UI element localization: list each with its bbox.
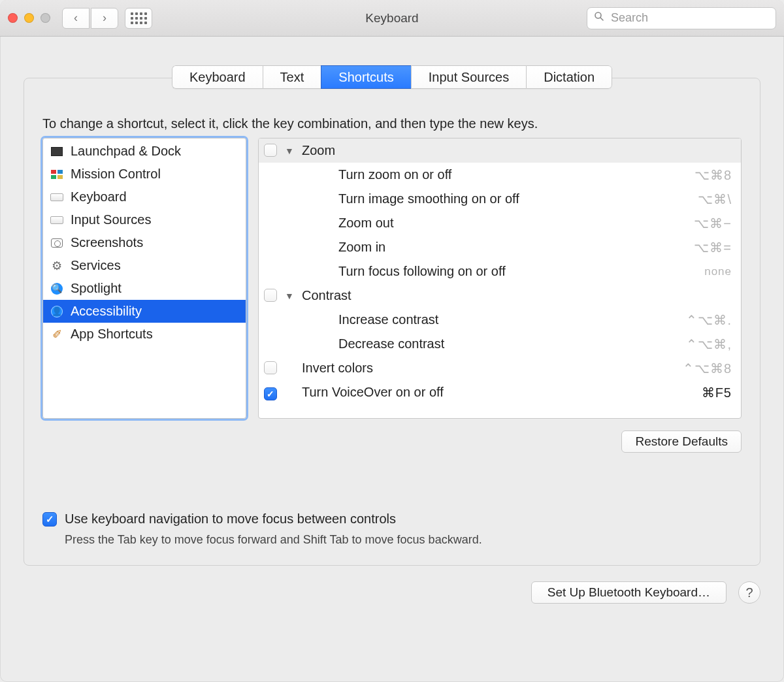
shortcut-keys[interactable]: ⌘F5 (702, 385, 732, 400)
shortcut-row-zoom-out[interactable]: Zoom out ⌥⌘− (259, 211, 741, 235)
shortcut-keys[interactable]: ⌥⌘\ (698, 191, 732, 207)
shortcut-label: Turn image smoothing on or off (302, 191, 691, 206)
close-window-button[interactable] (8, 13, 18, 23)
search-field[interactable] (587, 7, 776, 29)
mission-control-icon (50, 167, 64, 182)
shortcut-label: Invert colors (302, 361, 676, 376)
chevron-left-icon: ‹ (74, 11, 78, 25)
screenshots-icon (50, 236, 64, 250)
shortcut-keys[interactable]: ⌃⌥⌘, (686, 336, 732, 352)
search-icon (594, 11, 604, 25)
tab-text[interactable]: Text (263, 65, 321, 89)
shortcut-label: Turn VoiceOver on or off (302, 385, 695, 400)
shortcut-keys[interactable]: none (704, 265, 732, 278)
sidebar-item-label: Accessibility (71, 304, 142, 319)
sidebar-item-accessibility[interactable]: 👤 Accessibility (43, 300, 246, 323)
shortcut-keys[interactable]: ⌃⌥⌘. (686, 312, 732, 328)
shortcut-row-focus-follow[interactable]: Turn focus following on or off none (259, 259, 741, 284)
restore-defaults-button[interactable]: Restore Defaults (621, 430, 742, 453)
group-label: Contrast (302, 288, 725, 303)
category-list[interactable]: Launchpad & Dock Mission Control Keyboar… (42, 138, 246, 419)
setup-bluetooth-button[interactable]: Set Up Bluetooth Keyboard… (531, 581, 727, 604)
shortcut-row-voiceover[interactable]: Turn VoiceOver on or off ⌘F5 (259, 380, 741, 404)
shortcut-keys[interactable]: ⌃⌥⌘8 (683, 361, 732, 376)
instruction-label: To change a shortcut, select it, click t… (42, 116, 742, 131)
tab-bar: Keyboard Text Shortcuts Input Sources Di… (172, 65, 612, 89)
bottom-bar: Set Up Bluetooth Keyboard… ? (0, 581, 784, 619)
disclosure-triangle-icon[interactable]: ▼ (285, 291, 295, 301)
sidebar-item-launchpad-dock[interactable]: Launchpad & Dock (43, 140, 246, 163)
nav-back-forward: ‹ › (62, 8, 118, 29)
sidebar-item-app-shortcuts[interactable]: ✐ App Shortcuts (43, 323, 246, 346)
shortcut-keys[interactable]: ⌥⌘8 (694, 167, 732, 183)
svg-line-1 (600, 18, 603, 20)
disclosure-triangle-icon[interactable]: ▼ (285, 146, 295, 156)
shortcuts-frame: To change a shortcut, select it, click t… (24, 78, 760, 566)
group-zoom[interactable]: ▼ Zoom (259, 138, 741, 163)
sidebar-item-label: Mission Control (71, 167, 161, 182)
input-sources-icon (50, 213, 64, 227)
spotlight-icon: 🔍 (50, 282, 64, 296)
group-label: Zoom (302, 143, 725, 158)
launchpad-icon (50, 144, 64, 159)
keyboard-nav-hint: Press the Tab key to move focus forward … (65, 533, 742, 547)
shortcut-label: Zoom out (302, 216, 687, 231)
sidebar-item-label: Keyboard (71, 189, 127, 204)
sidebar-item-label: Services (71, 258, 121, 273)
sidebar-item-label: Screenshots (71, 235, 143, 250)
shortcut-label: Turn zoom on or off (302, 167, 688, 182)
keyboard-icon (50, 190, 64, 204)
zoom-window-button[interactable] (41, 13, 50, 23)
shortcut-row-zoom-toggle[interactable]: Turn zoom on or off ⌥⌘8 (259, 163, 741, 187)
sidebar-item-screenshots[interactable]: Screenshots (43, 231, 246, 254)
pref-pane: Keyboard Text Shortcuts Input Sources Di… (0, 37, 784, 581)
sidebar-item-label: App Shortcuts (71, 327, 153, 342)
sidebar-item-input-sources[interactable]: Input Sources (43, 208, 246, 231)
group-contrast[interactable]: ▼ Contrast (259, 284, 741, 308)
minimize-window-button[interactable] (24, 13, 34, 23)
sidebar-item-spotlight[interactable]: 🔍 Spotlight (43, 277, 246, 300)
group-contrast-checkbox[interactable] (264, 289, 277, 302)
group-zoom-checkbox[interactable] (264, 144, 277, 157)
shortcut-keys[interactable]: ⌥⌘− (694, 216, 732, 231)
gear-icon: ⚙︎ (50, 259, 64, 273)
shortcut-keys[interactable]: ⌥⌘= (694, 240, 732, 255)
voiceover-checkbox[interactable] (264, 387, 277, 400)
titlebar: ‹ › Keyboard (0, 0, 784, 37)
shortcut-row-decrease-contrast[interactable]: Decrease contrast ⌃⌥⌘, (259, 332, 741, 356)
sidebar-item-mission-control[interactable]: Mission Control (43, 163, 246, 186)
window-controls (8, 13, 50, 23)
tab-dictation[interactable]: Dictation (526, 65, 612, 89)
keyboard-nav-checkbox[interactable] (42, 512, 57, 527)
shortcut-label: Zoom in (302, 240, 687, 255)
help-button[interactable]: ? (738, 581, 760, 604)
shortcut-row-invert-colors[interactable]: Invert colors ⌃⌥⌘8 (259, 356, 741, 380)
chevron-right-icon: › (103, 11, 106, 25)
sidebar-item-label: Spotlight (71, 281, 122, 296)
sidebar-item-services[interactable]: ⚙︎ Services (43, 254, 246, 277)
shortcut-row-image-smoothing[interactable]: Turn image smoothing on or off ⌥⌘\ (259, 187, 741, 211)
tab-keyboard[interactable]: Keyboard (172, 65, 263, 89)
keyboard-nav-option: Use keyboard navigation to move focus be… (42, 511, 742, 527)
keyboard-nav-label: Use keyboard navigation to move focus be… (65, 511, 396, 527)
invert-colors-checkbox[interactable] (264, 361, 277, 374)
shortcut-label: Turn focus following on or off (302, 264, 698, 279)
shortcut-label: Increase contrast (302, 312, 679, 327)
sidebar-item-label: Launchpad & Dock (71, 144, 181, 159)
tab-input-sources[interactable]: Input Sources (411, 65, 526, 89)
tab-shortcuts[interactable]: Shortcuts (321, 65, 410, 89)
show-all-prefs-button[interactable] (125, 8, 152, 29)
search-input[interactable] (610, 10, 769, 25)
sidebar-item-keyboard[interactable]: Keyboard (43, 186, 246, 208)
forward-button[interactable]: › (91, 8, 118, 29)
shortcut-row-zoom-in[interactable]: Zoom in ⌥⌘= (259, 235, 741, 259)
back-button[interactable]: ‹ (62, 8, 90, 29)
shortcut-detail-list[interactable]: ▼ Zoom Turn zoom on or off ⌥⌘8 Turn imag… (258, 138, 742, 419)
shortcut-row-increase-contrast[interactable]: Increase contrast ⌃⌥⌘. (259, 308, 741, 332)
shortcut-label: Decrease contrast (302, 336, 679, 351)
accessibility-icon: 👤 (50, 304, 64, 319)
apps-grid-icon (131, 12, 147, 24)
app-shortcuts-icon: ✐ (50, 327, 64, 342)
sidebar-item-label: Input Sources (71, 212, 151, 227)
